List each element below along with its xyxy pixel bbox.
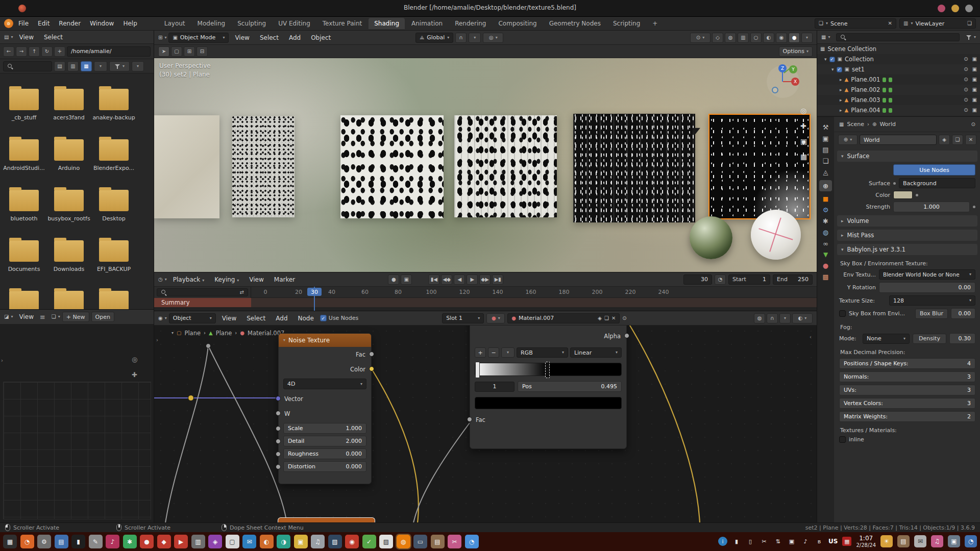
precision-vertex-colors-slider[interactable]: Vertex Colors:3 — [839, 398, 975, 409]
shader-type-selector[interactable]: Object — [169, 313, 216, 323]
unlink-material-icon[interactable]: ✕ — [611, 316, 616, 321]
use-nodes-checkbox[interactable] — [320, 315, 327, 321]
breadcrumb-mesh[interactable]: Plane — [216, 330, 232, 337]
socket-roughness-input[interactable] — [276, 452, 281, 457]
tab-physics-icon[interactable]: ◍ — [823, 229, 828, 236]
app-recorder[interactable]: ◉ — [345, 535, 359, 548]
socket-w-input[interactable] — [276, 411, 281, 416]
precision-matrix-weights-slider[interactable]: Matrix Weights:2 — [839, 411, 975, 422]
eye-icon[interactable]: ⊙ — [964, 57, 968, 62]
mist-pass-panel-header[interactable]: Mist Pass — [837, 230, 977, 241]
camera-render-icon[interactable]: ▣ — [972, 97, 977, 103]
timeline-marker-menu[interactable]: Marker — [270, 275, 299, 284]
file-browser-view-menu[interactable]: View — [15, 33, 37, 42]
plane-texture-2[interactable] — [232, 116, 295, 217]
tab-rendering[interactable]: Rendering — [449, 18, 492, 29]
folder-item-partial[interactable] — [46, 291, 92, 309]
gizmo-z-axis[interactable]: Z — [778, 64, 787, 72]
outliner-row-collection[interactable]: ▣ Collection ⊙▣ — [817, 54, 980, 64]
play-button[interactable]: ▶ — [467, 274, 478, 285]
snap-settings-dropdown[interactable] — [469, 33, 481, 43]
socket-ramp-alpha-output[interactable] — [624, 333, 629, 338]
shader-snap-toggle[interactable]: ∩ — [767, 313, 778, 323]
camera-render-icon[interactable]: ▣ — [972, 57, 977, 62]
app-whiteboard[interactable]: ▨ — [379, 535, 393, 548]
socket-distortion-input[interactable] — [276, 464, 281, 469]
app-text-editor[interactable]: ✎ — [89, 535, 103, 548]
folder-item[interactable]: _cb_stuff — [1, 89, 47, 121]
noise-detail-slider[interactable]: Detail2.000 — [283, 436, 366, 446]
app-music-2[interactable]: ♫ — [931, 535, 943, 547]
frame-end-field[interactable]: End250 — [773, 274, 813, 285]
prev-keyframe-button[interactable]: ◀◆ — [441, 274, 452, 285]
tab-object-icon[interactable]: ■ — [823, 196, 828, 202]
dopesheet-search-input[interactable]: ⇄ — [157, 288, 248, 296]
noise-dimensions-dropdown[interactable]: 4D — [283, 379, 366, 389]
tab-compositing[interactable]: Compositing — [493, 18, 542, 29]
tab-modifiers-icon[interactable]: ⚙ — [823, 207, 829, 213]
file-search-input[interactable] — [3, 61, 52, 71]
show-gizmo-toggle[interactable]: ◇ — [712, 33, 723, 43]
shader-add-menu[interactable]: Add — [272, 314, 291, 323]
tab-constraints-icon[interactable]: ∞ — [823, 240, 828, 247]
file-browser-select-menu[interactable]: Select — [40, 33, 67, 42]
noise-roughness-slider[interactable]: Roughness0.000 — [283, 448, 366, 459]
outliner-filter-icon[interactable] — [966, 34, 972, 40]
app-notes[interactable]: ▢ — [226, 535, 239, 548]
folder-item[interactable]: EFI_BACKUP — [91, 240, 137, 272]
folder-item[interactable]: BlenderExpo... — [91, 139, 137, 171]
image-editor-canvas[interactable]: › ◎ ✚ — [0, 324, 154, 522]
frame-start-field[interactable]: Start1 — [728, 274, 770, 285]
app-dev[interactable]: ▧ — [328, 535, 342, 548]
expand-icon[interactable] — [840, 98, 842, 103]
shading-material-button[interactable]: ◉ — [776, 33, 787, 43]
filter-toggle-button[interactable] — [109, 61, 130, 71]
viewport-add-menu[interactable]: Add — [285, 33, 305, 42]
window-close-button[interactable] — [965, 5, 973, 12]
noise-distortion-slider[interactable]: Distortion0.000 — [283, 461, 366, 472]
strength-slider[interactable]: 1.000 — [893, 202, 970, 212]
shader-sidebar-toggle-right[interactable]: ‹ — [810, 335, 812, 340]
jump-to-end-button[interactable]: ▶▮ — [492, 274, 503, 285]
app-firefox[interactable]: ◔ — [20, 535, 34, 548]
app-packages[interactable]: ✱ — [123, 535, 137, 548]
unlink-world-button[interactable]: ✕ — [965, 135, 976, 145]
expand-icon[interactable] — [831, 67, 834, 72]
eye-icon[interactable]: ⊙ — [964, 77, 968, 82]
surface-background-button[interactable]: Background — [899, 178, 975, 188]
pan-hand-icon[interactable]: ✚ — [132, 371, 137, 378]
nav-refresh-button[interactable]: ↻ — [41, 46, 53, 57]
tab-sculpting[interactable]: Sculpting — [232, 18, 272, 29]
shading-settings-dropdown[interactable] — [801, 33, 813, 43]
nav-forward-button[interactable]: → — [16, 46, 27, 57]
tab-particles-icon[interactable]: ✱ — [823, 218, 828, 224]
app-blender-active[interactable]: ◍ — [397, 535, 410, 548]
folder-item[interactable]: Arduino — [46, 139, 92, 171]
viewport-options-dropdown[interactable]: Options — [779, 46, 813, 57]
xray-toggle[interactable]: ▥ — [738, 33, 749, 43]
shading-rendered-button[interactable]: ● — [789, 33, 800, 43]
expand-collapse-icon[interactable]: ⇄ — [240, 290, 244, 295]
window-maximize-button[interactable] — [951, 5, 959, 12]
collection-checkbox[interactable] — [837, 67, 842, 72]
fog-density-button[interactable]: Density — [913, 334, 946, 344]
folder-item-partial[interactable] — [91, 291, 137, 309]
app-settings[interactable]: ⚙ — [37, 535, 51, 548]
outliner-row-plane-001[interactable]: ▲ Plane.001 ⊙▣ — [817, 74, 980, 85]
timeline-playback-menu[interactable]: Playback — [169, 275, 208, 284]
expand-icon[interactable] — [840, 78, 842, 82]
tray-bluetooth-icon[interactable]: ʙ — [815, 537, 824, 546]
breadcrumb-object[interactable]: Plane — [184, 330, 201, 337]
menu-help[interactable]: Help — [119, 19, 141, 28]
shader-preview-dropdown[interactable]: ◐ — [792, 313, 813, 323]
plane-texture-4[interactable] — [454, 115, 557, 217]
navigation-gizmo[interactable]: Z X Y — [767, 65, 799, 98]
shader-sidebar-toggle-left[interactable]: › — [156, 338, 158, 343]
shader-view-menu[interactable]: View — [218, 314, 240, 323]
babylon-panel-header[interactable]: Babylon.js ver 3.3.1 — [837, 244, 977, 255]
world-color-swatch[interactable] — [893, 191, 913, 199]
expand-icon[interactable] — [824, 57, 827, 62]
texture-size-dropdown[interactable]: 128 — [889, 295, 975, 306]
folder-item[interactable]: Downloads — [46, 240, 92, 272]
viewport-editor-icon[interactable]: ⊞ — [158, 35, 162, 40]
